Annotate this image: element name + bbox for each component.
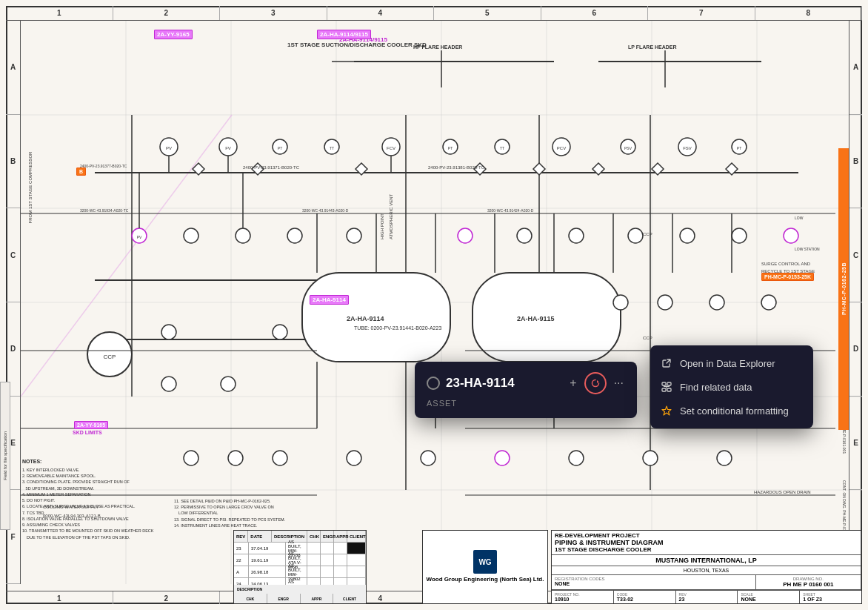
svg-point-67 xyxy=(658,295,672,310)
popup-more-button[interactable]: ··· xyxy=(612,376,625,391)
row-header-right-d: D xyxy=(849,302,862,397)
sheet-value: 1 xyxy=(803,597,806,602)
svg-rect-149 xyxy=(662,388,666,391)
conditional-format-icon xyxy=(661,405,672,417)
svg-text:SURGE CONTROL AND: SURGE CONTROL AND xyxy=(761,262,811,266)
logo-area: WG Wood Group Engineering (North Sea) Lt… xyxy=(422,530,548,604)
col-header-3: 3 xyxy=(220,6,327,20)
context-menu: Open in Data Explorer Find related data xyxy=(650,345,813,428)
col-header-7: 7 xyxy=(648,6,755,20)
tag-yy9165: 2A-YY-9165 xyxy=(154,30,193,39)
svg-point-82 xyxy=(717,451,732,465)
popup-actions[interactable]: + ··· xyxy=(568,372,625,394)
row-header-b: B xyxy=(6,115,20,209)
svg-point-69 xyxy=(761,295,776,310)
svg-text:CCP: CCP xyxy=(643,336,652,340)
field-spec: Field for file specification xyxy=(0,382,10,530)
revision-desc-header: DESCRIPTION xyxy=(233,585,367,594)
svg-point-78 xyxy=(421,451,435,465)
svg-text:2A-HA-9114: 2A-HA-9114 xyxy=(347,315,384,322)
tag-yy9165-bottom: 2A-YY-9165 xyxy=(74,421,108,429)
tag-orange-b-left: B xyxy=(76,168,86,176)
scale-value: NONE xyxy=(741,597,755,602)
svg-point-53 xyxy=(184,228,198,243)
svg-point-57 xyxy=(458,228,473,243)
svg-point-59 xyxy=(569,228,584,243)
col-header-1: 1 xyxy=(6,6,113,20)
popup-header: 23-HA-9114 + ··· xyxy=(427,372,625,394)
orange-bar-text: PH-MC-P-0162-25B xyxy=(841,262,847,315)
popup-rotate-button[interactable] xyxy=(584,372,607,394)
svg-text:PV: PV xyxy=(137,235,142,239)
svg-text:ATMOSPHERIC VENT: ATMOSPHERIC VENT xyxy=(389,193,393,239)
svg-text:CCP: CCP xyxy=(643,232,652,236)
rev-23-num: 23 xyxy=(234,543,249,554)
svg-text:TT: TT xyxy=(330,146,334,150)
tag-orange-right: PH-MC-P-0153-25K xyxy=(761,273,814,281)
svg-text:2A-HA-9115: 2A-HA-9115 xyxy=(517,315,555,322)
svg-text:TUBE: 0200-PV-23.91441-B020-A2: TUBE: 0200-PV-23.91441-B020-A223 xyxy=(354,325,441,331)
col-header-4: 4 xyxy=(327,6,435,20)
svg-text:SKD LIMITS: SKD LIMITS xyxy=(73,430,102,435)
svg-rect-150 xyxy=(667,388,671,391)
svg-text:LOW: LOW xyxy=(795,216,804,220)
svg-text:PV: PV xyxy=(166,146,172,150)
svg-point-62 xyxy=(732,228,747,243)
svg-point-65 xyxy=(273,325,287,339)
svg-text:FV: FV xyxy=(225,146,231,150)
field-spec-text: Field for file specification xyxy=(3,431,7,480)
svg-text:FSV: FSV xyxy=(683,146,692,150)
reg-codes-value: NONE xyxy=(555,581,570,586)
row-headers-right: A B C D E F xyxy=(849,21,862,584)
svg-point-66 xyxy=(613,295,628,310)
svg-text:PT: PT xyxy=(448,146,453,150)
col-header-2: 2 xyxy=(113,6,221,20)
svg-rect-148 xyxy=(667,382,671,385)
find-related-icon xyxy=(661,381,672,393)
svg-text:HIGH POINT: HIGH POINT xyxy=(380,213,384,239)
svg-point-70 xyxy=(161,377,176,391)
notes-title: NOTES: xyxy=(22,458,167,465)
row-header-right-e: E xyxy=(849,397,862,491)
svg-point-54 xyxy=(236,228,250,243)
popup-card: 23-HA-9114 + ··· ASSET xyxy=(415,362,637,418)
svg-point-81 xyxy=(643,451,658,465)
svg-text:FCV: FCV xyxy=(387,146,395,150)
client-name: MUSTANG INTERNATIONAL, LP xyxy=(655,557,757,564)
row-header-a: A xyxy=(6,21,20,115)
svg-text:PT: PT xyxy=(737,146,741,150)
col-header-6: 6 xyxy=(541,6,649,20)
svg-point-55 xyxy=(287,228,302,243)
title-block: RE-DEVELOPMENT PROJECT PIPING & INSTRUME… xyxy=(551,530,862,604)
popup-subtitle: ASSET xyxy=(427,399,625,408)
popup-title: 23-HA-9114 xyxy=(446,376,562,391)
popup-add-button[interactable]: + xyxy=(568,376,578,391)
notes-content: 1. KEY INTERLOCKED VALVE. 2. REMOVEABLE … xyxy=(22,467,167,540)
row-header-right-a: A xyxy=(849,21,862,115)
svg-text:2400-PV-23.91371-B020-TC: 2400-PV-23.91371-B020-TC xyxy=(243,165,300,170)
find-related-label: Find related data xyxy=(680,382,752,393)
rotate-icon xyxy=(590,378,601,388)
open-explorer-label: Open in Data Explorer xyxy=(680,358,775,369)
context-menu-item-related[interactable]: Find related data xyxy=(650,375,813,399)
drawing-no-value: PH ME P 0160 001 xyxy=(783,581,833,588)
row-header-right-b: B xyxy=(849,115,862,209)
col-header-bottom-1: 1 xyxy=(6,591,113,604)
revision-footer: CHK ENGR APPR CLIENT xyxy=(233,594,367,604)
context-menu-item-format[interactable]: Set conditional formatting xyxy=(650,399,813,422)
svg-point-60 xyxy=(628,228,643,243)
svg-point-68 xyxy=(710,295,724,310)
svg-point-61 xyxy=(680,228,695,243)
svg-text:2400-PV-23.91381-B020-TC: 2400-PV-23.91381-B020-TC xyxy=(428,165,485,170)
city: HOUSTON, TEXAS xyxy=(684,568,730,573)
svg-text:PSV: PSV xyxy=(624,146,632,150)
context-menu-item-open[interactable]: Open in Data Explorer xyxy=(650,351,813,375)
diagram-area: 1 2 3 4 5 6 7 8 A B C D E F xyxy=(0,0,868,610)
code-value: T33-02 xyxy=(617,597,633,602)
row-header-c: C xyxy=(6,208,20,302)
notes-area: NOTES: 1. KEY INTERLOCKED VALVE. 2. REMO… xyxy=(22,458,167,528)
svg-point-56 xyxy=(347,228,361,243)
svg-point-80 xyxy=(569,451,584,465)
svg-text:TT: TT xyxy=(500,146,504,150)
open-explorer-icon xyxy=(661,357,672,369)
